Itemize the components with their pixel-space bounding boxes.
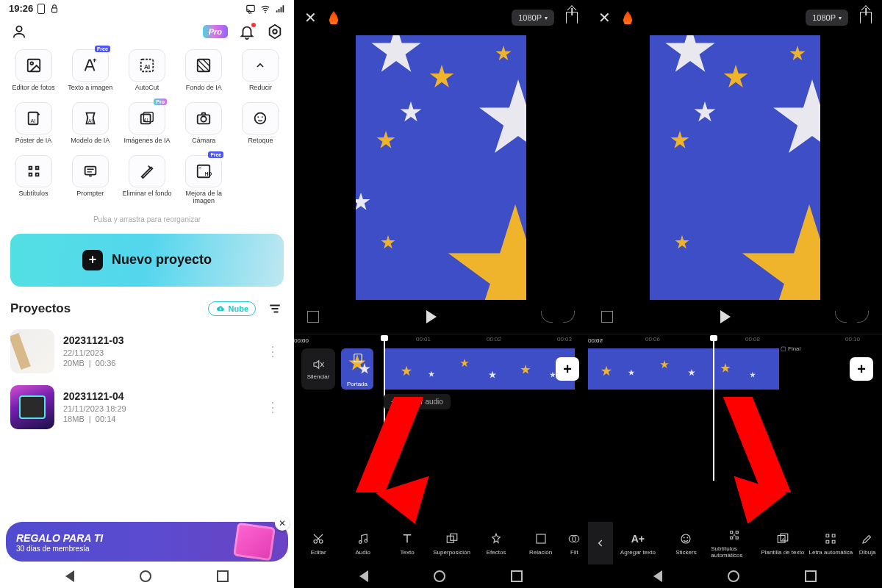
reorder-hint: Pulsa y arrastra para reorganizar <box>0 208 294 234</box>
lock-icon <box>49 4 60 14</box>
more-icon[interactable]: ⋮ <box>262 343 284 359</box>
add-clip-button[interactable]: + <box>556 357 579 381</box>
clip[interactable] <box>588 348 779 390</box>
fullscreen-icon[interactable] <box>307 311 319 323</box>
home-nav-icon[interactable] <box>140 570 151 582</box>
notifications-icon[interactable] <box>238 23 256 40</box>
tool-superposicion[interactable]: Superposición <box>430 531 473 556</box>
timeline-ruler[interactable]: 00:00 / 00:10 00:01 00:02 00:03 <box>294 334 588 345</box>
tool-grid: Editor de fotos FreeTexto a imagen AIAut… <box>0 48 294 208</box>
profile-icon[interactable] <box>10 23 28 40</box>
preview-controls <box>588 300 882 334</box>
add-audio-button[interactable]: + Agregar audio <box>384 394 451 409</box>
redo-icon[interactable] <box>563 311 575 323</box>
svg-text:A: A <box>733 533 736 537</box>
tool-fondo-ia[interactable]: Fondo de IA <box>176 49 232 98</box>
close-icon[interactable]: ✕ <box>598 9 611 26</box>
tool-poster-ia[interactable]: AIPóster de IA <box>6 102 61 151</box>
back-nav-icon[interactable] <box>653 570 662 582</box>
project-item[interactable]: 20231121-04 21/11/2023 18:29 18MB | 00:1… <box>0 379 294 435</box>
panel-editor-text: ✕ 1080P▾ 00:07 / 00:10 00:06 00:08 00:10 <box>588 0 882 588</box>
close-banner-icon[interactable]: ✕ <box>275 516 290 531</box>
project-date: 22/11/2023 <box>63 348 253 357</box>
play-icon[interactable] <box>720 310 731 323</box>
back-nav-icon[interactable] <box>359 570 368 582</box>
tool-imagenes-ia[interactable]: ProAIImágenes de IA <box>119 102 174 151</box>
banner-subtitle: 30 días de membresía <box>16 545 103 553</box>
back-button[interactable] <box>588 522 613 564</box>
svg-point-5 <box>273 29 277 34</box>
tool-eliminar-fondo[interactable]: Eliminar el fondo <box>119 155 174 205</box>
video-preview[interactable] <box>356 35 526 300</box>
recents-nav-icon[interactable] <box>511 570 523 582</box>
video-preview[interactable] <box>650 35 820 300</box>
svg-rect-25 <box>354 354 362 362</box>
wifi-icon <box>260 4 270 14</box>
more-icon[interactable]: ⋮ <box>262 399 284 415</box>
redo-icon[interactable] <box>857 311 869 323</box>
tool-mejora-imagen[interactable]: FreeHDMejora de la imagen <box>176 155 232 205</box>
tool-retoque[interactable]: Retoque <box>233 102 288 151</box>
final-label: ▢ Final <box>781 345 800 352</box>
cloud-button[interactable]: Nube <box>208 301 257 316</box>
resolution-button[interactable]: 1080P▾ <box>512 10 554 26</box>
tool-stickers[interactable]: Stickers <box>663 531 710 556</box>
home-nav-icon[interactable] <box>434 570 445 582</box>
svg-rect-0 <box>52 7 57 12</box>
tool-texto[interactable]: Texto <box>386 531 429 556</box>
tool-relacion[interactable]: Relación <box>519 531 562 556</box>
export-icon[interactable] <box>860 12 872 24</box>
tool-editar[interactable]: Editar <box>297 531 340 556</box>
tool-prompter[interactable]: Prompter <box>62 155 118 205</box>
recents-nav-icon[interactable] <box>217 570 229 582</box>
timeline-ruler[interactable]: 00:07 / 00:10 00:06 00:08 00:10 <box>588 334 882 345</box>
tool-editor-fotos[interactable]: Editor de fotos <box>6 49 61 98</box>
pro-badge[interactable]: Pro <box>203 25 228 38</box>
add-clip-button[interactable]: + <box>850 357 873 381</box>
tool-camara[interactable]: Cámara <box>176 102 232 151</box>
red-arrow-annotation <box>735 397 823 529</box>
recents-nav-icon[interactable] <box>805 570 817 582</box>
export-icon[interactable] <box>566 12 578 24</box>
resolution-button[interactable]: 1080P▾ <box>806 10 848 26</box>
promo-banner[interactable]: REGALO PARA TI 30 días de membresía ✕ <box>6 522 288 562</box>
tool-autocut[interactable]: AIAutoCut <box>119 49 174 98</box>
svg-point-28 <box>359 540 362 543</box>
timeline[interactable]: ▢ Final + <box>588 348 882 415</box>
flame-icon[interactable] <box>623 11 633 24</box>
undo-icon[interactable] <box>835 311 847 323</box>
editor-topbar: ✕ 1080P▾ <box>294 0 588 35</box>
tool-agregar-texto[interactable]: A+Agregar texto <box>614 531 662 556</box>
undo-icon[interactable] <box>541 311 553 323</box>
svg-point-19 <box>255 113 266 124</box>
tool-reducir[interactable]: Reducir <box>233 49 288 98</box>
timeline[interactable]: Silenciar Portada + + Agregar audio <box>294 348 588 415</box>
project-date: 21/11/2023 18:29 <box>63 404 253 413</box>
svg-point-21 <box>262 116 263 118</box>
tool-audio[interactable]: Audio <box>341 531 384 556</box>
cover-button[interactable]: Portada <box>341 348 373 390</box>
tool-subtitulos-auto[interactable]: ASubtítulos automáticos <box>711 528 758 559</box>
project-item[interactable]: 20231121-03 22/11/2023 20MB | 00:36 ⋮ <box>0 323 294 379</box>
clip[interactable] <box>384 348 575 390</box>
tool-modelo-ia[interactable]: AIModelo de IA <box>62 102 118 151</box>
svg-point-36 <box>684 537 685 538</box>
flame-icon[interactable] <box>329 11 339 24</box>
tool-letra-auto[interactable]: Letra automática <box>808 531 855 556</box>
new-project-button[interactable]: + Nuevo proyecto <box>10 234 284 287</box>
tool-efectos[interactable]: Efectos <box>475 531 517 556</box>
settings-icon[interactable] <box>266 23 284 40</box>
close-icon[interactable]: ✕ <box>304 9 317 26</box>
mute-button[interactable]: Silenciar <box>301 348 335 390</box>
home-nav-icon[interactable] <box>728 570 739 582</box>
playhead[interactable] <box>713 337 714 481</box>
tool-subtitulos[interactable]: Subtítulos <box>6 155 61 205</box>
back-nav-icon[interactable] <box>65 570 74 582</box>
tool-dibujar[interactable]: Dibuja <box>856 531 879 556</box>
filter-icon[interactable] <box>266 300 284 318</box>
tool-plantilla-texto[interactable]: APlantilla de texto <box>759 531 806 556</box>
play-icon[interactable] <box>426 310 437 323</box>
tool-filtros[interactable]: Filt <box>564 531 585 556</box>
tool-texto-imagen[interactable]: FreeTexto a imagen <box>62 49 118 98</box>
fullscreen-icon[interactable] <box>601 311 613 323</box>
